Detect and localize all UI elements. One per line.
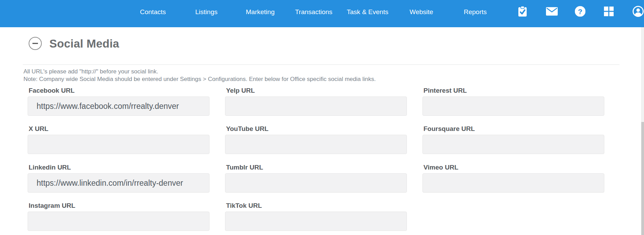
pinterest-url-label: Pinterest URL xyxy=(422,86,604,95)
x-url-input[interactable] xyxy=(28,135,209,154)
x-url-label: X URL xyxy=(28,125,209,133)
nav-item-transactions[interactable]: Transactions xyxy=(295,8,332,16)
minus-icon xyxy=(32,43,38,44)
linkedin-url-field: Linkedin URL xyxy=(28,163,209,193)
help-question-icon[interactable]: ? xyxy=(575,6,586,17)
tumblr-url-input[interactable] xyxy=(225,173,407,193)
note-http-hint: All URL's please add "http://" before yo… xyxy=(23,68,158,75)
pinterest-url-input[interactable] xyxy=(422,96,604,116)
nav-item-marketing[interactable]: Marketing xyxy=(246,8,274,16)
yelp-url-field: Yelp URL xyxy=(225,86,407,116)
youtube-url-field: YouTube URL xyxy=(225,125,407,154)
youtube-url-label: YouTube URL xyxy=(225,125,407,133)
tumblr-url-label: Tumblr URL xyxy=(225,163,407,172)
foursquare-url-label: Foursquare URL xyxy=(422,125,604,133)
nav-item-task-events[interactable]: Task & Events xyxy=(347,8,388,16)
tumblr-url-field: Tumblr URL xyxy=(225,163,407,193)
tiktok-url-field: TikTok URL xyxy=(225,202,407,231)
apps-grid-icon[interactable] xyxy=(604,7,614,16)
tiktok-url-label: TikTok URL xyxy=(225,202,407,210)
nav-item-reports[interactable]: Reports xyxy=(464,8,487,16)
nav-item-listings[interactable]: Listings xyxy=(195,8,217,16)
yelp-url-input[interactable] xyxy=(225,96,407,116)
nav-item-contacts[interactable]: Contacts xyxy=(140,8,166,16)
nav-item-website[interactable]: Website xyxy=(410,8,433,16)
tiktok-url-input[interactable] xyxy=(225,212,407,231)
svg-text:?: ? xyxy=(578,8,583,16)
vimeo-url-input[interactable] xyxy=(422,173,604,193)
vimeo-url-field: Vimeo URL xyxy=(422,163,604,193)
foursquare-url-input[interactable] xyxy=(422,135,604,154)
facebook-url-field: Facebook URL xyxy=(28,86,209,116)
collapse-section-button[interactable] xyxy=(29,37,42,50)
page-title: Social Media xyxy=(49,37,119,50)
note-company-hint: Note: Company wide Social Media should b… xyxy=(23,76,376,83)
top-navbar: Contacts Listings Marketing Transactions… xyxy=(0,0,644,27)
section-divider xyxy=(23,64,619,65)
linkedin-url-label: Linkedin URL xyxy=(28,163,209,172)
pinterest-url-field: Pinterest URL xyxy=(422,86,604,116)
vertical-scrollbar-thumb[interactable] xyxy=(641,122,644,235)
vertical-scrollbar-track[interactable] xyxy=(641,27,644,235)
page: Contacts Listings Marketing Transactions… xyxy=(0,0,644,235)
foursquare-url-field: Foursquare URL xyxy=(422,125,604,154)
facebook-url-input[interactable] xyxy=(28,96,209,116)
linkedin-url-input[interactable] xyxy=(28,173,209,193)
messages-envelope-icon[interactable] xyxy=(546,7,558,16)
tasks-clipboard-icon[interactable] xyxy=(518,6,527,17)
instagram-url-field: Instagram URL xyxy=(28,202,209,231)
instagram-url-input[interactable] xyxy=(28,212,209,231)
facebook-url-label: Facebook URL xyxy=(28,86,209,95)
yelp-url-label: Yelp URL xyxy=(225,86,407,95)
youtube-url-input[interactable] xyxy=(225,135,407,154)
account-user-icon[interactable] xyxy=(633,6,644,17)
vimeo-url-label: Vimeo URL xyxy=(422,163,604,172)
instagram-url-label: Instagram URL xyxy=(28,202,209,210)
x-url-field: X URL xyxy=(28,125,209,154)
